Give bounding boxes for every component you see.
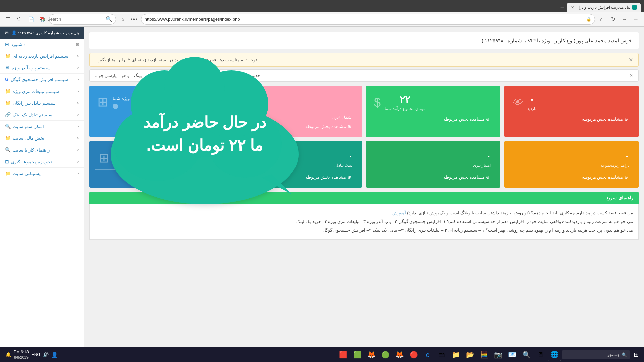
sidebar-item-label-banner: سیستم تبلیغات بنری ویژه (13, 89, 59, 94)
stat-red-view-link[interactable]: ⊕ مشاهده بخش مربوطه (510, 114, 634, 124)
icon-exchange: 📁 (5, 100, 11, 106)
arrow-google: < (77, 77, 79, 81)
sidebar-item-visit[interactable]: < سیستم افزایش بازدید زبانه ای 📁 (0, 50, 84, 62)
more-options-button[interactable]: ••• (129, 16, 139, 23)
taskbar-app-browser[interactable]: 🌐 (548, 348, 561, 361)
taskbar-app-camera[interactable]: 📷 (491, 348, 505, 361)
icon-google: G (5, 77, 9, 82)
taskbar-right: 👤 🔊 ENG 6:18 PM 8/8/2019 🔔 (3, 349, 58, 360)
shield-icon[interactable]: 🛡 (15, 15, 24, 24)
taskbar-app-green[interactable]: 🟩 (351, 348, 364, 361)
taskbar-app-files[interactable]: 📂 (463, 348, 477, 361)
browser-tab-bar: پنل مدیریت افزایش بازدید و درآ... ✕ + (0, 0, 644, 12)
address-bar[interactable]: 🔒 https://www.p30rank.ir/members/pages/i… (141, 14, 595, 25)
icon-banner: 📁 (5, 88, 11, 94)
pdf-icon[interactable]: 📄 (26, 15, 36, 24)
icon-finance: 📁 (5, 135, 11, 141)
plus-icon-green2: ⊕ (486, 175, 490, 180)
arrow-visit: < (77, 54, 79, 58)
url-text: https://www.p30rank.ir/members/pages/ind… (145, 17, 584, 22)
sidebar: پنل مدیریت شماره کاربری : ۱۱۲۵۹۴۸ 👤 ✉ ⊞ … (0, 27, 84, 362)
taskbar-app-calc[interactable]: 🧮 (477, 348, 491, 361)
stat-green2-view-link[interactable]: ⊕ مشاهده بخش مربوطه (371, 172, 495, 182)
mail-icon-btn[interactable]: ✉ (5, 30, 9, 35)
stat-green2-label: امتیاز بنری (375, 163, 491, 168)
stat-income-view-link[interactable]: ⊕ مشاهده بخش مربوطه (371, 114, 495, 124)
taskbar-notification-icon[interactable]: 🔔 (5, 352, 11, 357)
notice-close-1[interactable]: ✕ (629, 57, 633, 63)
search-input[interactable] (47, 17, 104, 22)
sidebar-item-label-seo: اسکن سئو سایت (13, 124, 44, 129)
sidebar-item-popup[interactable]: < سیستم پاپ آندر ویژه 🖥 (0, 62, 84, 74)
taskbar-app-ie[interactable]: e (421, 348, 434, 361)
guide-q3: می خواهم بدون پرداخت هزینه بازدید و رتبه… (95, 226, 633, 235)
menu-button[interactable]: ☰ (3, 15, 13, 24)
taskbar-app-firefox[interactable]: 🦊 (393, 348, 406, 361)
home-button[interactable]: ⌂ (597, 15, 606, 24)
taskbar-app-search[interactable]: 🔍 (520, 348, 533, 361)
sidebar-header-title: پنل مدیریت شماره کاربری : ۱۱۲۵۹۴۸ (18, 31, 79, 35)
sidebar-item-google[interactable]: < سیستم افزایش جستجوی گوگل G (0, 74, 84, 85)
icon-link-exchange: 🔗 (5, 112, 11, 117)
taskbar-app-explorer[interactable]: 🖥 (534, 348, 547, 361)
sidebar-item-label-support: پشتیبانی سایت (13, 171, 41, 176)
user-icon-btn[interactable]: 👤 (11, 30, 17, 35)
taskbar-app-folder[interactable]: 📁 (449, 348, 463, 361)
arrow-exchange: < (77, 101, 79, 105)
sidebar-item-finance[interactable]: < بخش مالی سایت 📁 (0, 132, 84, 144)
plus-icon-income: ⊕ (486, 117, 490, 122)
browser-search-box[interactable]: 🔍 (49, 14, 116, 25)
icon-popup: 🖥 (5, 65, 10, 70)
new-tab-button[interactable]: + (557, 3, 567, 12)
taskbar-time-text: 6:18 PM (14, 349, 29, 355)
sidebar-item-label-dashboard: داشبورد (11, 42, 26, 47)
taskbar-app-crimson[interactable]: 🟥 (336, 348, 350, 361)
sidebar-item-banner[interactable]: < سیستم تبلیغات بنری ویژه 📁 (0, 85, 84, 97)
taskbar-app-archive[interactable]: 🗃 (435, 348, 448, 361)
plus-icon-teal: ⊕ (347, 175, 351, 180)
active-tab[interactable]: پنل مدیریت افزایش بازدید و درآ... ✕ (567, 3, 641, 12)
icon-visit: 📁 (5, 53, 11, 59)
icon-seo: 🔍 (5, 124, 11, 129)
sidebar-item-seo[interactable]: < اسکن سئو سایت 🔍 (0, 121, 84, 132)
back-button[interactable]: ← (631, 15, 641, 24)
sidebar-item-support[interactable]: < پشتیبانی سایت 📁 (0, 168, 84, 179)
stat-income-value: ۲۲ (385, 94, 425, 105)
arrow-seo: < (77, 124, 79, 128)
sidebar-item-label-referral: نحوه زیرمجموعه گیری (11, 159, 52, 164)
arrow-popup: < (77, 66, 79, 70)
stat-orange-view-link[interactable]: ⊕ مشاهده بخش مربوطه (510, 172, 634, 182)
guide-link[interactable]: آموزش (392, 210, 406, 215)
sidebar-item-label-google: سیستم افزایش جستجوی گوگل (11, 77, 68, 82)
taskbar-app-fox2[interactable]: 🦊 (365, 348, 378, 361)
cloud-overlay: در حال حاضر درآمد ما ۲۲ تومان است. (91, 47, 319, 221)
sidebar-item-referral[interactable]: < نحوه زیرمجموعه گیری ⊞ (0, 156, 84, 168)
lock-icon: 🔒 (586, 17, 591, 22)
taskbar-date-text: 8/8/2019 (14, 355, 29, 360)
sidebar-item-dashboard[interactable]: ⊞ داشبورد ⊞ (0, 39, 84, 50)
svg-point-6 (164, 57, 225, 117)
tab-close-icon[interactable]: ✕ (571, 5, 574, 10)
reader-icon[interactable]: 📚 (38, 15, 47, 24)
sidebar-item-link-exchange[interactable]: < سیستم تبادل یک لینک 🔗 (0, 109, 84, 121)
notice-close-2[interactable]: ✕ (629, 73, 633, 78)
taskbar-clock: 6:18 PM 8/8/2019 (14, 349, 29, 360)
bookmark-icon[interactable]: ☆ (118, 15, 127, 24)
taskbar-app-mail[interactable]: 📧 (505, 348, 519, 361)
taskbar-search-box[interactable]: 🔍 جستجو (562, 350, 630, 359)
arrow-guide: < (77, 148, 79, 152)
sidebar-item-exchange[interactable]: < سیستم تبادل بنر رایگان 📁 (0, 97, 84, 109)
search-icon: 🔍 (106, 16, 112, 22)
start-button[interactable]: ⊞ (631, 350, 641, 360)
forward-button[interactable]: → (620, 15, 629, 24)
refresh-button[interactable]: ↻ (608, 15, 618, 24)
taskbar-app-red[interactable]: 🔴 (407, 348, 420, 361)
stat-red-icon: 👁 (513, 96, 523, 109)
sidebar-item-label-link-exchange: سیستم تبادل یک لینک (13, 112, 52, 117)
taskbar-app-chrome[interactable]: 🟢 (379, 348, 392, 361)
taskbar-language[interactable]: ENG (32, 352, 40, 357)
arrow-support: < (77, 171, 79, 175)
stat-red-label: بازدید (527, 106, 536, 111)
icon-support: 📁 (5, 171, 11, 176)
sidebar-item-guide[interactable]: < راهنمای کار با سایت 🔍 (0, 144, 84, 156)
